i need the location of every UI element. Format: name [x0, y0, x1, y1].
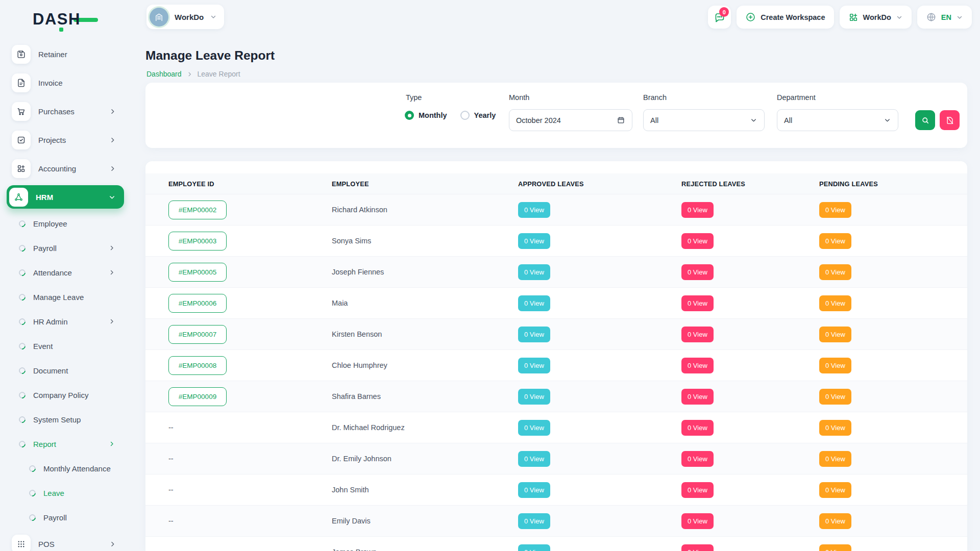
sidebar-item-report[interactable]: Report: [0, 432, 131, 456]
sidebar-item-invoice[interactable]: Invoice: [0, 68, 131, 97]
chevron-down-icon: [956, 14, 963, 21]
sidebar-item-document[interactable]: Document: [0, 358, 131, 383]
sidebar-item-purchases[interactable]: Purchases: [0, 97, 131, 126]
app-logo[interactable]: DASH: [33, 10, 98, 29]
approved-leaves-badge[interactable]: 0 View: [518, 295, 550, 311]
employee-name: Maia: [332, 299, 518, 307]
month-input[interactable]: October 2024: [509, 109, 632, 131]
sidebar-item-label: Retainer: [38, 50, 67, 59]
reset-button[interactable]: [940, 110, 960, 130]
sidebar-item-report-payroll[interactable]: Payroll: [0, 505, 131, 530]
employee-id-link[interactable]: #EMP00005: [168, 263, 227, 282]
language-selector[interactable]: EN: [917, 6, 972, 29]
approved-leaves-badge[interactable]: 0 View: [518, 482, 550, 498]
employee-id-link[interactable]: #EMP00008: [168, 356, 227, 375]
approved-leaves-badge[interactable]: 0 View: [518, 264, 550, 280]
approved-leaves-badge[interactable]: 0 View: [518, 233, 550, 249]
pending-leaves-badge[interactable]: 0 View: [819, 544, 851, 551]
sidebar-item-hrm[interactable]: HRM: [7, 185, 124, 209]
employee-id-empty: --: [168, 423, 332, 432]
sidebar-item-company-policy[interactable]: Company Policy: [0, 383, 131, 407]
approved-leaves-badge[interactable]: 0 View: [518, 544, 550, 551]
search-button[interactable]: [915, 110, 935, 130]
rejected-leaves-badge[interactable]: 0 View: [681, 451, 714, 467]
rejected-leaves-badge[interactable]: 0 View: [681, 420, 714, 436]
employee-id-link[interactable]: #EMP00007: [168, 325, 227, 344]
employee-name: John Smith: [332, 486, 518, 494]
pending-leaves-badge[interactable]: 0 View: [819, 482, 851, 498]
bullet-icon: [17, 219, 27, 228]
create-workspace-button[interactable]: Create Workspace: [737, 6, 834, 29]
sidebar-item-projects[interactable]: Projects: [0, 126, 131, 154]
pending-leaves-badge[interactable]: 0 View: [819, 202, 851, 218]
yearly-radio-label[interactable]: Yearly: [474, 111, 496, 119]
rejected-leaves-badge[interactable]: 0 View: [681, 513, 714, 529]
branch-select[interactable]: All: [643, 109, 765, 131]
yearly-radio[interactable]: [460, 111, 470, 120]
sidebar-item-leave[interactable]: Leave: [0, 481, 131, 505]
pending-leaves-badge[interactable]: 0 View: [819, 420, 851, 436]
rejected-leaves-badge[interactable]: 0 View: [681, 295, 714, 311]
sidebar-item-retainer[interactable]: Retainer: [0, 40, 131, 68]
pending-leaves-badge[interactable]: 0 View: [819, 295, 851, 311]
sidebar-nav: Retainer Invoice Purchases Projects: [0, 40, 131, 551]
invoice-icon: [12, 73, 31, 92]
sidebar-item-payroll[interactable]: Payroll: [0, 236, 131, 260]
rejected-leaves-badge[interactable]: 0 View: [681, 482, 714, 498]
bullet-icon: [17, 366, 27, 375]
pending-leaves-badge[interactable]: 0 View: [819, 264, 851, 280]
sidebar-item-accounting[interactable]: Accounting: [0, 154, 131, 183]
sidebar-item-system-setup[interactable]: System Setup: [0, 407, 131, 432]
sidebar-item-employee[interactable]: Employee: [0, 211, 131, 236]
workdo-menu-button[interactable]: WorkDo: [840, 6, 912, 29]
sidebar-item-manage-leave[interactable]: Manage Leave: [0, 285, 131, 309]
rejected-leaves-badge[interactable]: 0 View: [681, 389, 714, 405]
approved-leaves-badge[interactable]: 0 View: [518, 451, 550, 467]
approved-leaves-badge[interactable]: 0 View: [518, 389, 550, 405]
pending-leaves-badge[interactable]: 0 View: [819, 327, 851, 342]
approved-leaves-badge[interactable]: 0 View: [518, 202, 550, 218]
employee-id-empty: --: [168, 517, 332, 525]
approved-leaves-badge[interactable]: 0 View: [518, 513, 550, 529]
department-filter-label: Department: [777, 93, 816, 102]
sidebar-subitem-label: Employee: [33, 219, 67, 228]
workspace-selector[interactable]: WorkDo: [146, 5, 224, 29]
sidebar-item-hr-admin[interactable]: HR Admin: [0, 309, 131, 334]
table-row: #EMP00002 Richard Atkinson 0 View 0 View…: [145, 194, 967, 226]
sidebar-subitem-label: Event: [33, 342, 53, 350]
sidebar-item-event[interactable]: Event: [0, 334, 131, 358]
messages-button[interactable]: 0: [708, 6, 731, 29]
globe-icon: [926, 12, 937, 22]
pending-leaves-badge[interactable]: 0 View: [819, 358, 851, 373]
approved-leaves-badge[interactable]: 0 View: [518, 358, 550, 373]
sidebar-item-attendance[interactable]: Attendance: [0, 260, 131, 285]
sidebar-subitem-label: Company Policy: [33, 391, 88, 399]
employee-id-empty: --: [168, 548, 332, 551]
pending-leaves-badge[interactable]: 0 View: [819, 513, 851, 529]
sidebar-subitem-label: Leave: [43, 489, 64, 497]
employee-id-link[interactable]: #EMP00002: [168, 201, 227, 219]
pending-leaves-badge[interactable]: 0 View: [819, 233, 851, 249]
sidebar-item-monthly-attendance[interactable]: Monthly Attendance: [0, 456, 131, 481]
employee-id-link[interactable]: #EMP00006: [168, 294, 227, 313]
monthly-radio-label[interactable]: Monthly: [419, 111, 447, 119]
approved-leaves-badge[interactable]: 0 View: [518, 420, 550, 436]
sidebar-item-pos[interactable]: POS: [0, 530, 131, 551]
rejected-leaves-badge[interactable]: 0 View: [681, 264, 714, 280]
pending-leaves-badge[interactable]: 0 View: [819, 451, 851, 467]
pending-leaves-badge[interactable]: 0 View: [819, 389, 851, 405]
employee-id-link[interactable]: #EMP00009: [168, 387, 227, 406]
chevron-down-icon: [210, 13, 217, 20]
rejected-leaves-badge[interactable]: 0 View: [681, 233, 714, 249]
rejected-leaves-badge[interactable]: 0 View: [681, 358, 714, 373]
rejected-leaves-badge[interactable]: 0 View: [681, 202, 714, 218]
approved-leaves-badge[interactable]: 0 View: [518, 327, 550, 342]
breadcrumb-dashboard-link[interactable]: Dashboard: [146, 70, 182, 78]
department-select[interactable]: All: [777, 109, 898, 131]
employee-id-link[interactable]: #EMP00003: [168, 232, 227, 251]
search-icon: [921, 116, 930, 125]
sidebar-item-label: HRM: [36, 193, 53, 202]
rejected-leaves-badge[interactable]: 0 View: [681, 327, 714, 342]
rejected-leaves-badge[interactable]: 0 View: [681, 544, 714, 551]
monthly-radio[interactable]: [405, 111, 414, 120]
